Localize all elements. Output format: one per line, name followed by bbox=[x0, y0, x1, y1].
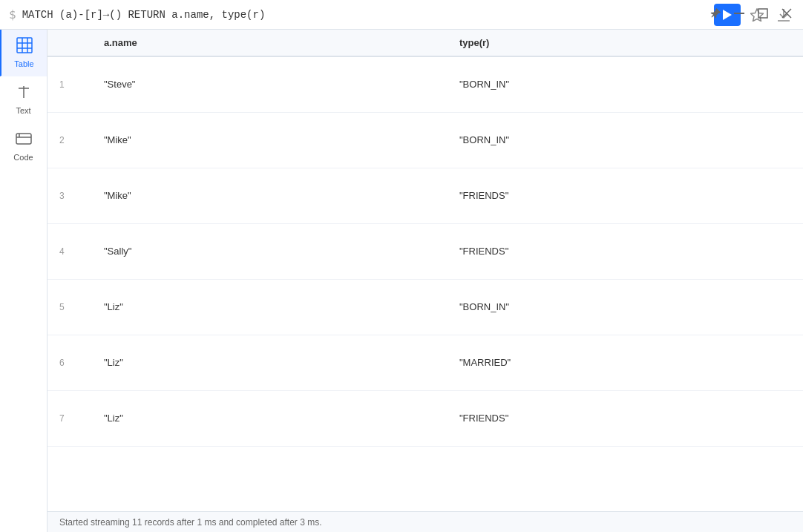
cell-rownum: 7 bbox=[47, 390, 92, 446]
cell-rownum: 5 bbox=[47, 279, 92, 335]
cell-rownum: 1 bbox=[47, 56, 92, 112]
cell-aname: "Sally" bbox=[92, 223, 448, 279]
cell-rownum: 2 bbox=[47, 112, 92, 168]
table-row: 1"Steve""BORN_IN" bbox=[47, 56, 803, 112]
results-area: a.name type(r) 1"Steve""BORN_IN"2"Mike""… bbox=[47, 30, 803, 532]
svg-rect-1 bbox=[758, 9, 767, 18]
main-area: Table Text Code bbox=[0, 30, 803, 532]
query-bar: $ MATCH (a)-[r]→() RETURN a.name, type(r… bbox=[0, 0, 803, 30]
query-text: MATCH (a)-[r]→() RETURN a.name, type(r) bbox=[22, 9, 714, 21]
close-button[interactable] bbox=[779, 6, 794, 21]
cell-typer: "MARRIED" bbox=[448, 335, 803, 390]
cell-aname: "Mike" bbox=[92, 112, 448, 168]
svg-rect-0 bbox=[734, 13, 744, 14]
cell-aname: "Liz" bbox=[92, 279, 448, 335]
col-header-typer: type(r) bbox=[448, 30, 803, 56]
svg-rect-15 bbox=[16, 134, 31, 144]
cell-aname: "Mike" bbox=[92, 168, 448, 223]
cell-typer: "BORN_IN" bbox=[448, 56, 803, 112]
dollar-sign-icon: $ bbox=[9, 7, 16, 22]
cell-aname: "Liz" bbox=[92, 335, 448, 390]
pin-button[interactable] bbox=[708, 6, 723, 21]
results-table: a.name type(r) 1"Steve""BORN_IN"2"Mike""… bbox=[47, 30, 803, 447]
cell-rownum: 6 bbox=[47, 335, 92, 390]
table-container[interactable]: a.name type(r) 1"Steve""BORN_IN"2"Mike""… bbox=[47, 30, 803, 511]
svg-rect-8 bbox=[17, 38, 32, 53]
cell-typer: "FRIENDS" bbox=[448, 168, 803, 223]
text-icon bbox=[16, 84, 32, 104]
sidebar-item-code[interactable]: Code bbox=[0, 123, 47, 170]
status-bar: Started streaming 11 records after 1 ms … bbox=[47, 511, 803, 532]
window-controls bbox=[708, 6, 794, 21]
col-header-rownum bbox=[47, 30, 92, 56]
table-row: 3"Mike""FRIENDS" bbox=[47, 168, 803, 223]
table-sidebar-label: Table bbox=[14, 59, 33, 68]
table-row: 2"Mike""BORN_IN" bbox=[47, 112, 803, 168]
text-sidebar-label: Text bbox=[16, 106, 30, 115]
status-text: Started streaming 11 records after 1 ms … bbox=[59, 517, 322, 528]
cell-rownum: 4 bbox=[47, 223, 92, 279]
cell-typer: "BORN_IN" bbox=[448, 112, 803, 168]
table-row: 6"Liz""MARRIED" bbox=[47, 335, 803, 390]
col-header-aname: a.name bbox=[92, 30, 448, 56]
cell-typer: "FRIENDS" bbox=[448, 390, 803, 446]
table-row: 7"Liz""FRIENDS" bbox=[47, 390, 803, 446]
maximize-button[interactable] bbox=[756, 6, 770, 21]
cell-typer: "BORN_IN" bbox=[448, 279, 803, 335]
table-header-row: a.name type(r) bbox=[47, 30, 803, 56]
code-sidebar-label: Code bbox=[13, 153, 33, 162]
sidebar: Table Text Code bbox=[0, 30, 47, 532]
cell-typer: "FRIENDS" bbox=[448, 223, 803, 279]
cell-rownum: 3 bbox=[47, 168, 92, 223]
code-icon bbox=[16, 131, 32, 151]
table-row: 5"Liz""BORN_IN" bbox=[47, 279, 803, 335]
sidebar-item-text[interactable]: Text bbox=[0, 76, 47, 123]
table-icon bbox=[16, 37, 33, 57]
minimize-button[interactable] bbox=[732, 6, 747, 21]
table-row: 4"Sally""FRIENDS" bbox=[47, 223, 803, 279]
sidebar-item-table[interactable]: Table bbox=[0, 30, 47, 76]
cell-aname: "Steve" bbox=[92, 56, 448, 112]
cell-aname: "Liz" bbox=[92, 390, 448, 446]
